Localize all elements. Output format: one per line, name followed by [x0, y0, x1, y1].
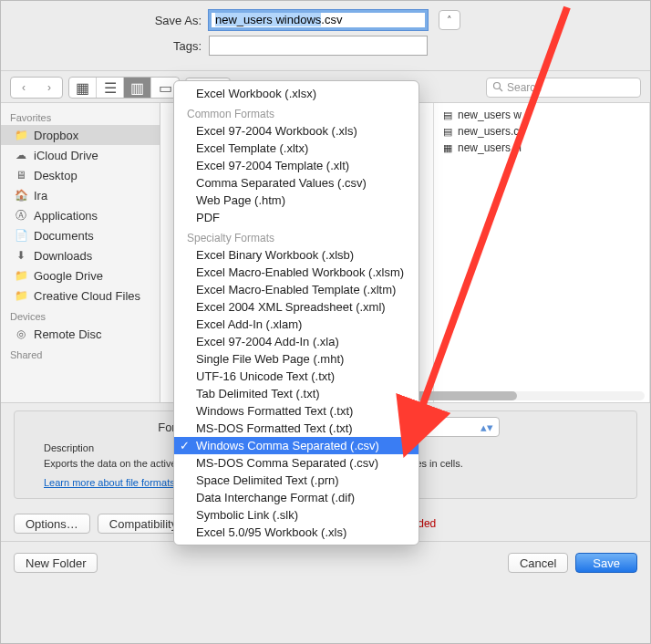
bottom-row: New Folder Cancel Save — [1, 541, 650, 584]
file-label: new_users.xl — [458, 141, 522, 154]
documents-icon: 📄 — [14, 228, 28, 243]
saveas-ext: .csv — [321, 13, 342, 26]
grid-icon: ▦ — [76, 79, 89, 97]
format-option[interactable]: Windows Formatted Text (.txt) — [174, 402, 418, 420]
sidebar-item-label: Desktop — [34, 169, 78, 182]
search-input[interactable]: Search — [486, 78, 641, 98]
options-button[interactable]: Options… — [14, 514, 90, 534]
file-row[interactable]: ▦new_users.xl — [436, 140, 649, 156]
sidebar-item-label: Dropbox — [34, 129, 78, 142]
format-dropdown-menu: Excel Workbook (.xlsx) Common Formats Ex… — [173, 80, 419, 545]
format-option[interactable]: PDF — [174, 209, 418, 226]
nav-back-button[interactable]: ‹ — [11, 78, 36, 98]
save-button[interactable]: Save — [575, 553, 637, 573]
format-option[interactable]: Excel 97-2004 Workbook (.xls) — [174, 122, 418, 140]
chevron-left-icon: ‹ — [22, 81, 26, 94]
view-buttons: ▦ ☰ ▥ ▭ — [68, 77, 180, 99]
format-option[interactable]: Excel Template (.xltx) — [174, 140, 418, 157]
folder-icon: 📁 — [14, 268, 28, 283]
format-option[interactable]: Excel Macro-Enabled Workbook (.xlsm) — [174, 264, 418, 281]
file-row[interactable]: ▤new_users w — [436, 107, 649, 123]
sidebar-item[interactable]: 📁Creative Cloud Files — [1, 286, 160, 306]
downloads-icon: ⬇︎ — [14, 248, 28, 263]
format-option[interactable]: Excel 97-2004 Template (.xlt) — [174, 157, 418, 174]
format-option[interactable]: Excel Add-In (.xlam) — [174, 316, 418, 333]
file-column-2: ▤new_users w▤new_users.cs▦new_users.xl — [434, 103, 650, 402]
desktop-icon: 🖥 — [14, 168, 28, 182]
format-option[interactable]: Web Page (.htm) — [174, 192, 418, 209]
nav-forward-button[interactable]: › — [36, 78, 62, 98]
folder-icon: 📁 — [14, 128, 28, 142]
collapse-button[interactable]: ˄ — [439, 10, 460, 30]
svg-point-0 — [494, 82, 501, 88]
view-columns-button[interactable]: ▥ — [124, 78, 151, 98]
dropdown-arrows-icon: ▴▾ — [480, 421, 493, 434]
format-option[interactable]: Excel 97-2004 Add-In (.xla) — [174, 333, 418, 350]
format-option[interactable]: Windows Comma Separated (.csv) — [174, 437, 418, 454]
format-option[interactable]: Excel 2004 XML Spreadsheet (.xml) — [174, 298, 418, 316]
chevron-right-icon: › — [47, 81, 51, 94]
disc-icon: ◎ — [14, 327, 28, 341]
format-option[interactable]: MS-DOS Formatted Text (.txt) — [174, 420, 418, 437]
sidebar-item-label: Ira — [34, 189, 47, 203]
format-option[interactable]: Space Delimited Text (.prn) — [174, 472, 418, 489]
format-group-heading: Specialty Formats — [174, 226, 418, 246]
sidebar-item-label: Documents — [34, 229, 94, 243]
sidebar-item[interactable]: 📁Dropbox — [1, 125, 160, 145]
format-option[interactable]: Tab Delimited Text (.txt) — [174, 385, 418, 402]
home-icon: 🏠 — [14, 188, 28, 203]
sidebar-favorites-heading: Favorites — [1, 107, 160, 125]
cloud-icon: ☁︎ — [14, 148, 28, 162]
format-group-heading: Common Formats — [174, 102, 418, 122]
format-option[interactable]: Data Interchange Format (.dif) — [174, 489, 418, 506]
format-option[interactable]: Excel Workbook (.xlsx) — [174, 85, 418, 102]
nav-buttons: ‹ › — [10, 77, 63, 99]
saveas-input[interactable]: new_users windows.csv — [209, 10, 428, 30]
cancel-button[interactable]: Cancel — [508, 553, 568, 573]
columns-icon: ▥ — [130, 79, 144, 97]
tags-input[interactable] — [209, 36, 428, 56]
sidebar-item[interactable]: 🏠Ira — [1, 185, 160, 205]
coverflow-icon: ▭ — [159, 79, 172, 97]
list-icon: ☰ — [104, 79, 117, 97]
format-option[interactable]: Excel Binary Workbook (.xlsb) — [174, 246, 418, 264]
format-option[interactable]: Excel Macro-Enabled Template (.xltm) — [174, 281, 418, 298]
new-folder-button[interactable]: New Folder — [14, 553, 98, 573]
csv-file-icon: ▤ — [441, 125, 454, 138]
format-option[interactable]: Excel 5.0/95 Workbook (.xls) — [174, 524, 418, 541]
tags-label: Tags: — [1, 39, 209, 53]
format-option[interactable]: Single File Web Page (.mht) — [174, 350, 418, 368]
sidebar-item[interactable]: 📁Google Drive — [1, 265, 160, 286]
svg-line-1 — [500, 88, 502, 91]
sidebar-item[interactable]: 📄Documents — [1, 225, 160, 245]
search-icon — [492, 81, 503, 95]
format-option[interactable]: UTF-16 Unicode Text (.txt) — [174, 368, 418, 385]
sidebar-item-label: Remote Disc — [34, 327, 101, 341]
sidebar-item[interactable]: 🖥Desktop — [1, 165, 160, 185]
sidebar: Favorites 📁Dropbox☁︎iCloud Drive🖥Desktop… — [1, 103, 160, 402]
sidebar-item-label: Downloads — [34, 249, 92, 263]
sidebar-item[interactable]: ☁︎iCloud Drive — [1, 145, 160, 165]
view-icons-button[interactable]: ▦ — [69, 78, 97, 98]
view-list-button[interactable]: ☰ — [97, 78, 124, 98]
folder-icon: 📁 — [14, 288, 28, 303]
save-header: Save As: new_users windows.csv ˄ Tags: — [1, 1, 650, 68]
sidebar-shared-heading: Shared — [1, 344, 160, 362]
chevron-up-icon: ˄ — [447, 15, 452, 26]
format-option[interactable]: Symbolic Link (.slk) — [174, 506, 418, 524]
saveas-selection: new_users windows — [215, 13, 321, 26]
sidebar-item[interactable]: ◎Remote Disc — [1, 324, 160, 344]
file-label: new_users w — [458, 109, 522, 121]
sidebar-devices-heading: Devices — [1, 306, 160, 324]
file-row[interactable]: ▤new_users.cs — [436, 123, 649, 140]
divider — [1, 70, 650, 71]
xlsx-file-icon: ▦ — [441, 141, 454, 154]
search-placeholder: Search — [507, 81, 542, 94]
sidebar-item[interactable]: ⬇︎Downloads — [1, 245, 160, 265]
learn-more-link[interactable]: Learn more about file formats — [44, 477, 175, 488]
format-option[interactable]: MS-DOS Comma Separated (.csv) — [174, 454, 418, 472]
file-label: new_users.cs — [458, 125, 524, 138]
sidebar-item[interactable]: ⒶApplications — [1, 205, 160, 225]
sidebar-item-label: Creative Cloud Files — [34, 289, 140, 303]
format-option[interactable]: Comma Separated Values (.csv) — [174, 174, 418, 192]
